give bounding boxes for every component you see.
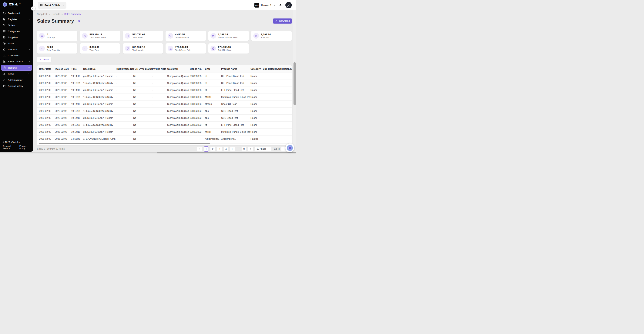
cell: Surriya Azim Qureshi [167,87,190,94]
sidebar-item-taxes[interactable]: Taxes [0,40,33,46]
column-header-partial[interactable]: B [291,65,292,73]
cell [263,135,278,142]
pagination-ellipsis[interactable]: ••• [237,148,240,150]
column-header[interactable]: FBR Invoice No [116,65,133,73]
shopping-bag-icon [3,48,6,51]
table-row[interactable]: 2026-02-022026-02-02 14:56:481FEAJvBN5ko… [37,135,292,142]
notifications-button[interactable] [278,3,282,7]
sidebar-item-setup[interactable]: Setup [0,71,33,77]
prev-page-button[interactable] [197,147,202,152]
column-header[interactable]: Sub Category [263,65,278,73]
table-row[interactable]: 2026-02-022026-02-02 19:14:18gpZSSpLF6Ds… [37,128,292,135]
percent-circles-icon [39,46,45,51]
next-page-button[interactable] [248,147,253,152]
cell [278,100,291,107]
pagination-bar: Show 1 - 10 from 82 Items 1 2 3 4 5 ••• … [37,146,292,152]
column-header[interactable]: Invoice Note [152,65,167,73]
scrollbar-thumb[interactable] [294,62,296,105]
column-header[interactable]: FBR Sync Status [133,65,152,73]
table-row[interactable]: 2026-02-022026-02-02 19:14:18gpZSSpLF6Ds… [37,114,292,121]
page-button-9[interactable]: 9 [242,147,246,152]
page-button-3[interactable]: 3 [217,147,222,152]
sidebar-item-action-history[interactable]: Action History [0,83,33,89]
sidebar-item-administrator[interactable]: Administrator [0,77,33,83]
filter-button[interactable]: Filter [37,57,51,62]
cell: - [152,94,167,100]
column-header[interactable]: Collections [278,65,291,73]
cell: 19:14:18 [71,87,83,94]
cell: - [116,80,133,87]
users-icon [3,54,6,57]
page-button-2[interactable]: 2 [210,147,215,152]
table-row[interactable]: 2026-02-022026-02-02 19:10:311RzoG55C8U6… [37,94,292,100]
column-header[interactable]: Category [250,65,263,73]
cell: MTBT [205,128,221,135]
user-avatar[interactable] [286,2,292,8]
cell: 2026-02-02 [55,128,71,135]
cell: 19:10:31 [71,107,83,114]
sidebar-item-customers[interactable]: Customers [0,53,33,58]
column-header[interactable]: Customer [167,65,190,73]
cell: - [116,100,133,107]
column-header[interactable]: Invoice Date [55,65,71,73]
cell: No [133,100,152,107]
store-selector[interactable]: QMS Hanker 1 [254,3,276,7]
cell: Surriya Azim Qureshi [167,121,190,128]
breadcrumb-current: Sales Summary [64,13,81,15]
table-row[interactable]: 2026-02-022026-02-02 19:14:18gpZSSpLF6Ds… [37,73,292,80]
workspace-switcher[interactable]: Point Of Sale [38,2,66,9]
cell: lft [205,121,221,128]
column-header[interactable]: Mobile No. [190,65,205,73]
breadcrumb-shopdesk[interactable]: Shopdesk [37,13,48,15]
sidebar-item-products[interactable]: Products [0,47,33,52]
xstak-flower-icon [2,2,7,7]
page-vertical-scrollbar[interactable] [293,10,296,152]
page-button-1[interactable]: 1 [204,147,209,152]
page-size-select[interactable]: 10 / page [254,147,272,152]
cell: - [152,114,167,121]
privacy-policy-link[interactable]: Privacy Policy [20,145,30,150]
table-row[interactable]: 2026-02-022026-02-02 19:14:18gpZSSpLF6Ds… [37,100,292,107]
column-header[interactable]: Order Date [37,65,55,73]
sidebar-item-register[interactable]: Register [0,16,33,22]
terms-of-service-link[interactable]: Terms of Service [3,145,16,150]
sidebar-item-reports[interactable]: Reports [1,65,32,71]
cell: 838383883 [190,80,205,87]
cell: Afridiimports1 [221,135,250,142]
scrollbar-thumb[interactable] [157,152,296,154]
sidebar-collapse-button[interactable] [31,6,35,10]
table-row[interactable]: 2026-02-022026-02-02 19:14:18gpZSSpLF6Ds… [37,87,292,94]
breadcrumb-reports[interactable]: Reports [52,13,60,15]
person-icon [286,3,291,7]
cell: Room [250,100,263,107]
sidebar-item-stock-control[interactable]: Stock Control [0,59,33,64]
page-button-4[interactable]: 4 [224,147,228,152]
sidebar-item-suppliers[interactable]: Suppliers [0,34,33,40]
cell: No [133,121,152,128]
chat-widget-button[interactable] [286,144,294,152]
column-header[interactable]: Receipt No. [83,65,116,73]
page-horizontal-scrollbar[interactable] [0,152,296,154]
scrollbar-thumb[interactable] [39,143,210,144]
column-header[interactable]: Product Name [221,65,250,73]
sidebar-item-orders[interactable]: Orders [0,22,33,28]
cell: 838383883 [190,107,205,114]
cell [291,114,292,121]
table-horizontal-scrollbar[interactable] [39,143,290,144]
dollar-icon [82,46,88,51]
column-header[interactable]: Time [71,65,83,73]
refresh-button[interactable] [77,19,80,23]
page-button-5[interactable]: 5 [230,147,235,152]
sidebar-item-categories[interactable]: Categories [0,28,33,34]
cell: 1RzoG55C8U6bymSsrUkiJv [83,121,116,128]
table-row[interactable]: 2026-02-022026-02-02 19:10:311RzoG55C8U6… [37,121,292,128]
table-row[interactable]: 2026-02-022026-02-02 19:10:311RzoG55C8U6… [37,80,292,87]
cell: - [152,121,167,128]
bar-chart-icon [168,46,173,51]
download-button[interactable]: Download [273,18,292,23]
cell [291,73,292,80]
sidebar-item-dashboard[interactable]: Dashboard [0,10,33,16]
column-header[interactable]: SKU [205,65,221,73]
table-row[interactable]: 2026-02-022026-02-02 19:10:311RzoG55C8U6… [37,107,292,114]
cell: lft [205,87,221,94]
